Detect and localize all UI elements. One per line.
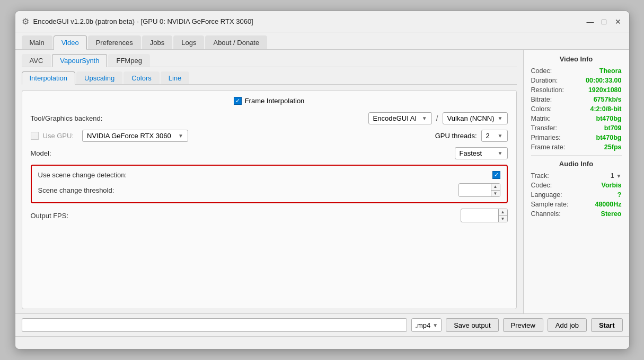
audio-channels-label: Channels: [531, 210, 561, 218]
video-resolution-value: 1920x1080 [588, 86, 622, 94]
interpolation-panel: Frame Interpolation Tool/Graphics backen… [22, 90, 517, 309]
frame-interp-label: Frame Interpolation [245, 97, 305, 105]
frame-interp-header: Frame Interpolation [31, 97, 508, 105]
video-primaries-value: bt470bg [596, 134, 622, 141]
video-framerate-value: 25fps [604, 143, 622, 151]
video-info-title: Video Info [531, 55, 622, 63]
minimize-button[interactable]: — [586, 17, 595, 26]
video-duration-label: Duration: [531, 77, 558, 84]
app-icon: ⚙ [22, 16, 29, 26]
output-fps-spinner[interactable]: 60.000 ▲ ▼ [461, 209, 508, 222]
audio-language-row: Language: ? [531, 191, 622, 199]
left-panel: AVC VapourSynth FFMpeg Interpolation Ups… [15, 50, 523, 313]
video-bitrate-label: Bitrate: [531, 96, 552, 103]
output-fps-down[interactable]: ▼ [499, 215, 507, 222]
scene-threshold-label: Scene change threshold: [38, 186, 134, 194]
scene-threshold-spinner[interactable]: 0.12 ▲ ▼ [458, 183, 500, 197]
scene-threshold-up[interactable]: ▲ [491, 184, 500, 190]
video-colors-value: 4:2:0/8-bit [590, 105, 621, 113]
start-button[interactable]: Start [591, 318, 623, 332]
scene-detection-label: Use scene change detection: [38, 171, 134, 179]
title-bar: ⚙ EncodeGUI v1.2.0b (patron beta) - [GPU… [15, 11, 629, 32]
frame-interp-checkbox[interactable] [234, 97, 242, 105]
model-select-value: Fastest [460, 149, 482, 157]
tool-select-arrow: ▼ [422, 115, 427, 121]
video-matrix-label: Matrix: [531, 115, 551, 122]
separator: / [436, 114, 438, 123]
output-fps-label: Output FPS: [31, 212, 126, 220]
file-input[interactable] [22, 318, 408, 332]
tool-select[interactable]: EncodeGUI AI ▼ [368, 112, 432, 124]
bottom-bar: .mp4 ▼ Save output Preview Add job Start [15, 313, 629, 336]
tab-about-donate[interactable]: About / Donate [205, 35, 267, 49]
subtab-vapoursynth[interactable]: VapourSynth [52, 54, 107, 67]
scene-threshold-input[interactable]: 0.12 [459, 185, 491, 196]
save-output-button[interactable]: Save output [446, 318, 498, 332]
format-select[interactable]: .mp4 ▼ [411, 318, 442, 332]
backend-select[interactable]: Vulkan (NCNN) ▼ [443, 112, 508, 124]
tab-logs[interactable]: Logs [173, 35, 204, 49]
innertab-line[interactable]: Line [161, 71, 190, 84]
output-fps-input[interactable]: 60.000 [461, 210, 498, 221]
right-panel: Video Info Codec: Theora Duration: 00:00… [523, 50, 629, 313]
innertab-colors[interactable]: Colors [123, 71, 160, 84]
subtab-ffmpeg[interactable]: FFMpeg [108, 54, 149, 67]
gpu-threads-label: GPU threads: [435, 132, 477, 140]
audio-track-value: 1 ▼ [611, 172, 622, 179]
video-resolution-row: Resolution: 1920x1080 [531, 86, 622, 94]
video-primaries-row: Primaries: bt470bg [531, 134, 622, 141]
use-gpu-row: Use GPU: NVIDIA GeForce RTX 3060 ▼ GPU t… [31, 130, 508, 142]
window-controls: — □ ✕ [586, 17, 623, 26]
preview-button[interactable]: Preview [503, 318, 543, 332]
video-matrix-value: bt470bg [596, 115, 622, 122]
video-codec-value: Theora [599, 67, 622, 75]
content-area: AVC VapourSynth FFMpeg Interpolation Ups… [15, 50, 629, 313]
tab-video[interactable]: Video [54, 35, 87, 50]
subtab-avc[interactable]: AVC [22, 54, 51, 67]
status-bar [15, 336, 629, 349]
scene-threshold-buttons: ▲ ▼ [491, 184, 500, 196]
video-codec-row: Codec: Theora [531, 67, 622, 75]
scene-detection-section: Use scene change detection: Scene change… [31, 165, 508, 203]
innertab-interpolation[interactable]: Interpolation [22, 71, 76, 85]
audio-channels-row: Channels: Stereo [531, 210, 622, 218]
output-fps-buttons: ▲ ▼ [498, 209, 507, 222]
video-framerate-label: Frame rate: [531, 143, 566, 151]
close-button[interactable]: ✕ [613, 17, 623, 26]
audio-samplerate-value: 48000Hz [595, 201, 621, 208]
title-left: ⚙ EncodeGUI v1.2.0b (patron beta) - [GPU… [22, 16, 253, 26]
audio-codec-label: Codec: [531, 182, 552, 189]
audio-samplerate-row: Sample rate: 48000Hz [531, 201, 622, 208]
scene-detection-checkbox[interactable] [492, 171, 500, 179]
tab-main[interactable]: Main [22, 35, 52, 49]
tab-preferences[interactable]: Preferences [88, 35, 141, 49]
tool-select-value: EncodeGUI AI [373, 114, 417, 122]
tool-backend-row: Tool/Graphics backend: EncodeGUI AI ▼ / … [31, 112, 508, 124]
use-gpu-checkbox[interactable] [31, 132, 39, 140]
video-duration-value: 00:00:33.00 [586, 77, 621, 84]
model-label: Model: [31, 149, 126, 157]
gpu-select-value: NVIDIA GeForce RTX 3060 [87, 132, 171, 140]
video-transfer-value: bt709 [604, 124, 622, 132]
gpu-threads-select[interactable]: 2 ▼ [481, 130, 508, 142]
maximize-button[interactable]: □ [599, 17, 609, 26]
gpu-select[interactable]: NVIDIA GeForce RTX 3060 ▼ [82, 130, 188, 142]
main-tab-bar: Main Video Preferences Jobs Logs About /… [15, 32, 629, 50]
scene-detection-row: Use scene change detection: [38, 171, 500, 179]
video-colors-row: Colors: 4:2:0/8-bit [531, 105, 622, 113]
output-fps-up[interactable]: ▲ [499, 209, 507, 215]
model-select[interactable]: Fastest ▼ [455, 147, 508, 159]
innertab-upscaling[interactable]: Upscaling [76, 71, 122, 84]
scene-threshold-down[interactable]: ▼ [491, 190, 500, 196]
audio-info-title: Audio Info [531, 160, 622, 168]
main-window: ⚙ EncodeGUI v1.2.0b (patron beta) - [GPU… [15, 11, 630, 349]
video-resolution-label: Resolution: [531, 86, 564, 94]
video-bitrate-value: 6757kb/s [594, 96, 622, 103]
audio-track-label: Track: [531, 172, 549, 179]
backend-select-value: Vulkan (NCNN) [447, 114, 495, 122]
format-select-arrow: ▼ [433, 322, 438, 328]
use-gpu-label: Use GPU: [43, 132, 74, 140]
tab-jobs[interactable]: Jobs [142, 35, 172, 49]
add-job-button[interactable]: Add job [548, 318, 587, 332]
video-transfer-row: Transfer: bt709 [531, 124, 622, 132]
